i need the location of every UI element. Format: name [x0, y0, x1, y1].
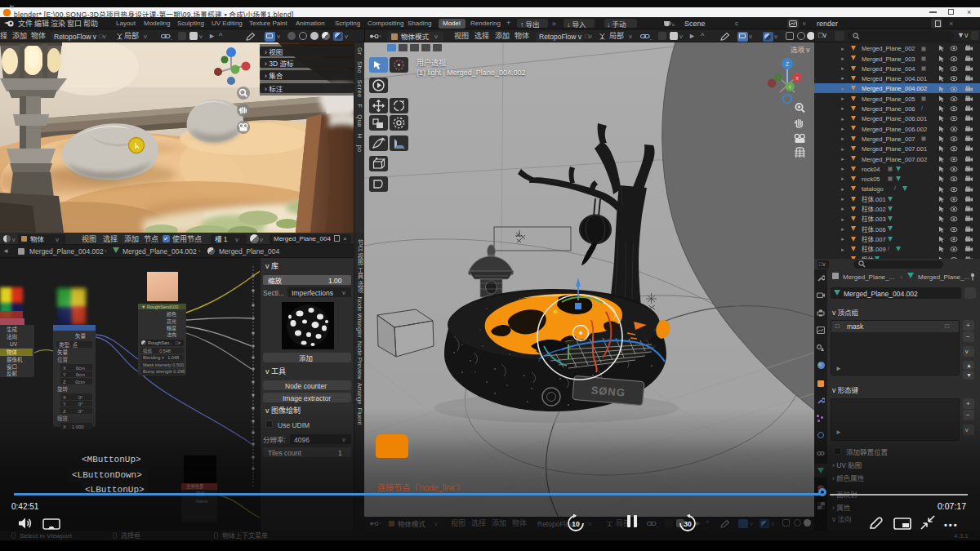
svg-text:X: X	[795, 76, 799, 81]
svg-text:Y: Y	[788, 85, 791, 90]
svg-text:Z: Z	[786, 61, 789, 67]
